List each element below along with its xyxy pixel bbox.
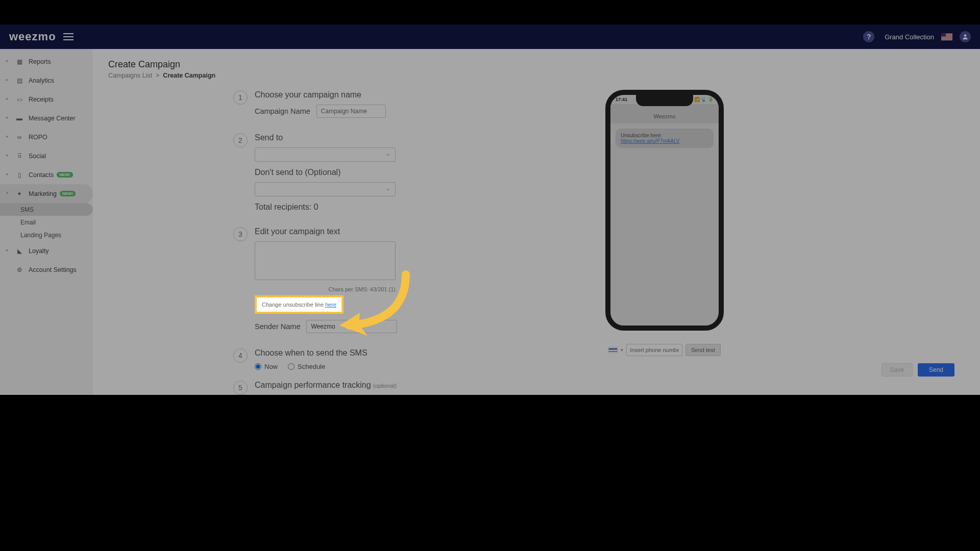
brand-logo: weezmo xyxy=(9,30,56,43)
sidebar-subitem-email[interactable]: Email xyxy=(0,216,93,229)
sidebar: ▦Reports ▤Analytics ▭Receipts ▬Message C… xyxy=(0,49,93,395)
phone-notch xyxy=(636,95,693,106)
svg-point-0 xyxy=(964,34,967,37)
sidebar-item-analytics[interactable]: ▤Analytics xyxy=(0,71,93,90)
megaphone-icon: ✦ xyxy=(15,190,23,197)
step-number: 5 xyxy=(233,381,248,395)
sidebar-subitem-landing-pages[interactable]: Landing Pages xyxy=(0,229,93,241)
main-panel: Create Campaign Campaigns List > Create … xyxy=(93,49,980,395)
sidebar-item-reports[interactable]: ▦Reports xyxy=(0,52,93,71)
receipt-icon: ▭ xyxy=(15,96,23,103)
bottom-actions: Save Send xyxy=(881,363,954,377)
flag-us-icon[interactable] xyxy=(941,33,952,40)
campaign-name-input[interactable] xyxy=(316,105,386,118)
dont-send-label: Don't send to (Optional) xyxy=(255,168,522,177)
save-button[interactable]: Save xyxy=(881,363,913,377)
send-button[interactable]: Send xyxy=(918,363,954,377)
step-2: 2 Send to Don't send to (Optional) Total… xyxy=(108,133,522,217)
total-recipients: Total recipients: 0 xyxy=(255,203,522,212)
step-number: 1 xyxy=(233,90,248,105)
step-number: 2 xyxy=(233,133,248,147)
breadcrumb: Campaigns List > Create Campaign xyxy=(108,72,522,79)
contacts-icon: ▯ xyxy=(15,171,23,179)
flag-il-icon[interactable] xyxy=(608,347,618,353)
sidebar-item-receipts[interactable]: ▭Receipts xyxy=(0,90,93,109)
breadcrumb-current: Create Campaign xyxy=(163,72,215,79)
chars-counter: Chars per SMS: 43/201 (1) xyxy=(329,286,396,292)
step-4: 4 Choose when to send the SMS Now Schedu… xyxy=(108,348,522,370)
step-number: 4 xyxy=(233,348,248,363)
step-title: Edit your campaign text xyxy=(255,227,522,236)
new-badge: NEW! xyxy=(57,172,72,178)
infinity-icon: ∞ xyxy=(15,134,23,141)
dont-send-to-select[interactable] xyxy=(255,182,396,196)
chart-icon: ▤ xyxy=(15,77,23,84)
sidebar-item-account-settings[interactable]: ⚙Account Settings xyxy=(0,260,93,279)
sidebar-item-contacts[interactable]: ▯ContactsNEW! xyxy=(0,165,93,184)
send-test-button[interactable]: Send test xyxy=(685,344,720,356)
user-avatar-icon[interactable] xyxy=(960,31,971,42)
sender-name-label: Sender Name xyxy=(255,322,300,331)
unsubscribe-here-link[interactable]: here xyxy=(325,302,336,308)
app-window: weezmo ? Grand Collection ▦Reports ▤Anal… xyxy=(0,24,980,395)
step-title: Campaign performance tracking (optional) xyxy=(255,381,522,390)
people-icon: ⠿ xyxy=(15,153,23,160)
sidebar-item-ropo[interactable]: ∞ROPO xyxy=(0,128,93,146)
grid-icon: ▦ xyxy=(15,58,23,65)
phone-contact-name: Weezmo xyxy=(610,104,719,123)
chat-icon: ▬ xyxy=(15,115,23,122)
menu-toggle-icon[interactable] xyxy=(63,33,74,40)
page-title: Create Campaign xyxy=(108,59,522,70)
new-badge: NEW! xyxy=(60,191,76,196)
sidebar-item-message-center[interactable]: ▬Message Center xyxy=(0,109,93,128)
phone-time: 17:41 xyxy=(616,97,627,102)
sidebar-item-marketing[interactable]: ✦MarketingNEW! xyxy=(0,184,93,203)
sidebar-item-loyalty[interactable]: ◣Loyalty xyxy=(0,241,93,260)
campaign-name-label: Campaign Name xyxy=(255,107,310,115)
step-number: 3 xyxy=(233,227,248,241)
test-phone-input[interactable] xyxy=(626,344,682,356)
tenant-name: Grand Collection xyxy=(885,33,934,41)
step-title: Send to xyxy=(255,133,522,142)
tag-icon: ◣ xyxy=(15,247,23,255)
radio-now[interactable]: Now xyxy=(255,363,278,370)
help-icon[interactable]: ? xyxy=(863,31,874,42)
sms-bubble: Unsubscribe here: https://wee.ai/u/P7mAA… xyxy=(616,129,714,148)
gear-icon: ⚙ xyxy=(15,266,23,273)
phone-status-icons: 📶 📡 🔋 xyxy=(694,97,714,102)
topbar: weezmo ? Grand Collection xyxy=(0,24,980,49)
unsubscribe-hint: Change unsubscribe line here xyxy=(255,295,344,314)
step-3: 3 Edit your campaign text Chars per SMS:… xyxy=(108,227,522,338)
sms-unsub-link: https://wee.ai/u/P7mAALV xyxy=(621,138,679,144)
phone-frame: 17:41 📶 📡 🔋 Weezmo Unsubscribe here: htt… xyxy=(605,90,724,331)
step-title: Choose when to send the SMS xyxy=(255,348,522,358)
sender-name-input[interactable] xyxy=(306,320,397,333)
sidebar-item-social[interactable]: ⠿Social xyxy=(0,146,93,165)
step-1: 1 Choose your campaign name Campaign Nam… xyxy=(108,90,522,123)
phone-preview: 17:41 📶 📡 🔋 Weezmo Unsubscribe here: htt… xyxy=(522,59,807,385)
campaign-text-textarea[interactable] xyxy=(255,241,396,280)
step-title: Choose your campaign name xyxy=(255,90,522,99)
radio-schedule[interactable]: Schedule xyxy=(288,363,325,370)
send-to-select[interactable] xyxy=(255,147,396,162)
sidebar-subitem-sms[interactable]: SMS xyxy=(0,203,93,216)
breadcrumb-root[interactable]: Campaigns List xyxy=(108,72,152,79)
